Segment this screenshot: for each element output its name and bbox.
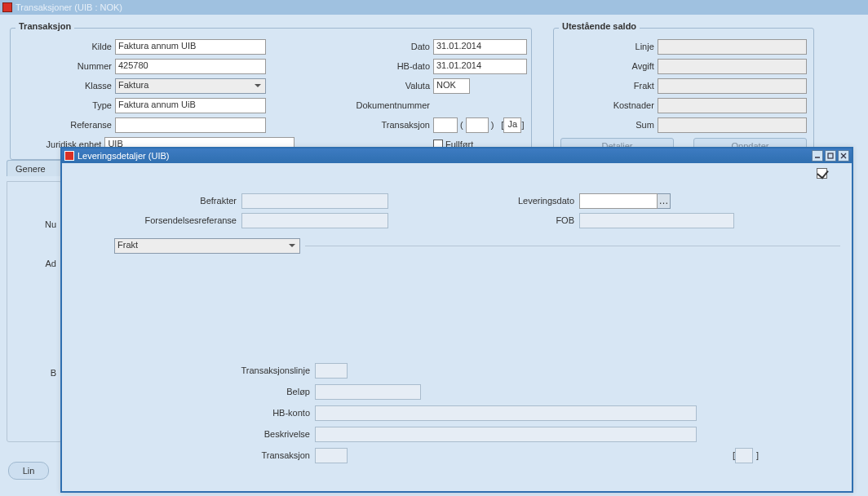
hbkonto-field[interactable]: [315, 405, 697, 421]
label-transaksjon2: Transaksjon: [73, 450, 315, 460]
label-belop: Beløp: [73, 387, 315, 396]
delivery-details-window: Leveringsdetaljer (UIB) Befrakter Forsen…: [60, 147, 853, 493]
date-picker-icon[interactable]: …: [658, 193, 671, 209]
trans-field-2[interactable]: [466, 117, 489, 133]
label-linje: Linje: [560, 42, 658, 51]
label-klasse: Klasse: [17, 81, 115, 91]
beskrivelse-field[interactable]: [315, 427, 697, 442]
group-title-saldo: Utestående saldo: [559, 21, 640, 31]
transaction-group: Transaksjon KildeFaktura annum UIB Numme…: [10, 28, 532, 160]
label-kilde: Kilde: [17, 42, 115, 51]
nummer-field[interactable]: 425780: [115, 59, 266, 74]
forsref-field[interactable]: [241, 213, 388, 228]
fob-field[interactable]: [579, 213, 734, 228]
window-title: Transaksjoner (UIB : NOK): [16, 2, 122, 12]
label-levdato: Leveringsdato: [424, 196, 579, 206]
trans-ja-field[interactable]: Ja: [503, 117, 521, 133]
left-truncated-column: Genere Nu Ad B: [7, 160, 62, 442]
window-titlebar[interactable]: Transaksjoner (UIB : NOK): [0, 0, 868, 15]
klasse-combo[interactable]: Faktura: [115, 78, 266, 94]
label-avgift: Avgift: [560, 61, 658, 71]
transaksjon2-field[interactable]: [315, 448, 348, 463]
maximize-icon[interactable]: [825, 150, 836, 162]
top-checkbox[interactable]: [817, 168, 827, 179]
oracle-icon: [64, 151, 74, 161]
type-field[interactable]: Faktura annum UiB: [115, 98, 266, 113]
translinje-field[interactable]: [315, 363, 348, 379]
bracket-right: ]: [756, 450, 759, 460]
label-sum: Sum: [560, 120, 658, 130]
label-nummer: Nummer: [17, 61, 115, 71]
label-fob: FOB: [424, 215, 579, 225]
label-valuta: Valuta: [294, 81, 433, 91]
label-kostnader: Kostnader: [560, 100, 658, 110]
label-translinje: Transaksjonslinje: [73, 365, 315, 375]
transaksjon2-bracket-field[interactable]: [735, 448, 753, 463]
transactions-window: Transaksjoner (UIB : NOK) Transaksjon Ki…: [0, 0, 868, 165]
tab-genere-label: Genere: [16, 164, 46, 174]
label-hbkonto: HB-konto: [73, 408, 315, 418]
divider: [305, 246, 840, 246]
kilde-field[interactable]: Faktura annum UIB: [115, 39, 266, 55]
stub-b: B: [7, 363, 61, 383]
label-frakt: Frakt: [560, 81, 658, 91]
befrakter-field[interactable]: [241, 193, 388, 209]
label-type: Type: [17, 100, 115, 110]
levdato-field[interactable]: [579, 193, 658, 209]
label-hbdato: HB-dato: [294, 61, 433, 71]
minimize-icon[interactable]: [812, 150, 823, 162]
valuta-field[interactable]: NOK: [433, 78, 470, 94]
kostnader-field[interactable]: [658, 98, 807, 113]
frakt-combo[interactable]: Frakt: [114, 238, 300, 254]
label-beskrivelse: Beskrivelse: [73, 429, 315, 439]
belop-field[interactable]: [315, 384, 421, 400]
label-befrakter: Befrakter: [73, 196, 241, 206]
modal-titlebar[interactable]: Leveringsdetaljer (UIB): [62, 148, 852, 163]
label-referanse: Referanse: [17, 120, 115, 130]
linj-button[interactable]: Lin: [8, 462, 49, 480]
group-title-transaction: Transaksjon: [16, 21, 74, 31]
saldo-group: Utestående saldo Linje Avgift Frakt Kost…: [553, 28, 814, 160]
dato-field[interactable]: 31.01.2014: [433, 39, 527, 55]
avgift-field[interactable]: [658, 59, 807, 74]
trans-field-1[interactable]: [433, 117, 458, 133]
label-trans: Transaksjon: [294, 120, 433, 130]
linj-button-label: Lin: [23, 466, 35, 476]
modal-title: Leveringsdetaljer (UIB): [78, 151, 170, 161]
hbdato-field[interactable]: 31.01.2014: [433, 59, 527, 74]
oracle-icon: [2, 2, 12, 12]
tab-genere[interactable]: Genere: [7, 160, 62, 176]
stub-nu: Nu: [7, 215, 61, 234]
linje-field[interactable]: [658, 39, 807, 55]
stub-ad: Ad: [7, 254, 61, 273]
label-dato: Dato: [294, 42, 433, 51]
close-icon[interactable]: [838, 150, 849, 162]
referanse-field[interactable]: [115, 117, 266, 133]
label-forsref: Forsendelsesreferanse: [73, 215, 241, 225]
svg-rect-1: [828, 153, 833, 158]
sum-field[interactable]: [658, 117, 807, 133]
frakt-field[interactable]: [658, 78, 807, 94]
frakt-combo-label: Frakt: [117, 240, 138, 250]
label-doknr: Dokumentnummer: [294, 100, 433, 110]
